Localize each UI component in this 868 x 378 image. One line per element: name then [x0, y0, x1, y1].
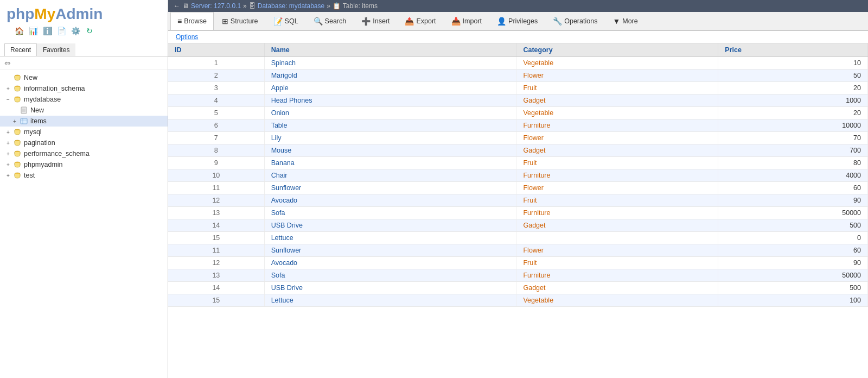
tree-item-test[interactable]: +test — [0, 170, 168, 181]
expander-phpmyadmin[interactable]: + — [4, 161, 12, 168]
tab-privileges[interactable]: 👤Privileges — [490, 12, 545, 30]
cell-name[interactable]: Apple — [264, 82, 516, 94]
server-link[interactable]: Server: 127.0.0.1 — [191, 2, 241, 10]
table-row: 3AppleFruit20 — [168, 82, 868, 94]
cell-name[interactable]: Marigold — [264, 70, 516, 82]
tree-label-new-root: New — [24, 74, 37, 81]
structure-tab-label: Structure — [231, 17, 258, 25]
cell-category: Gadget — [516, 219, 718, 232]
cell-name[interactable]: Lettuce — [264, 294, 516, 307]
cell-category: Flower — [516, 182, 718, 194]
cell-name[interactable]: Table — [264, 119, 516, 132]
cell-name[interactable]: Onion — [264, 107, 516, 119]
expander-mydatabase-new[interactable] — [11, 106, 18, 114]
options-link[interactable]: Options — [171, 32, 202, 42]
info-icon[interactable]: ℹ️ — [41, 25, 53, 37]
tree-item-info-schema[interactable]: +information_schema — [0, 83, 168, 94]
main-content: ← 🖥 Server: 127.0.0.1 » 🗄 Database: myda… — [168, 0, 868, 378]
expander-perf-schema[interactable]: + — [4, 150, 12, 158]
tree-item-perf-schema[interactable]: +performance_schema — [0, 148, 168, 159]
tree-item-mydatabase-new[interactable]: New — [0, 105, 168, 116]
logo-area: phpMyAdmin 🏠 📊 ℹ️ 📄 ⚙️ ↻ — [0, 0, 168, 43]
expander-mysql[interactable]: + — [4, 128, 12, 136]
cell-category: Fruit — [516, 257, 718, 269]
expander-pagination[interactable]: + — [4, 139, 12, 147]
cell-name[interactable]: Mouse — [264, 144, 516, 157]
refresh-icon[interactable]: ↻ — [84, 25, 95, 37]
tab-favorites[interactable]: Favorites — [37, 43, 75, 56]
cell-name[interactable]: Chair — [264, 169, 516, 182]
table-row: 13SofaFurniture50000 — [168, 207, 868, 219]
cell-price: 20 — [718, 107, 868, 119]
cell-name[interactable]: Lettuce — [264, 232, 516, 244]
gear-icon[interactable]: ⚙️ — [69, 25, 81, 37]
cell-name[interactable]: Spinach — [264, 57, 516, 70]
tab-structure[interactable]: ⊞Structure — [215, 12, 265, 30]
cell-name[interactable]: USB Drive — [264, 282, 516, 294]
expander-new-root[interactable] — [4, 74, 12, 81]
chart-icon[interactable]: 📊 — [27, 25, 39, 37]
breadcrumb-back-arrow[interactable]: ← — [174, 2, 180, 10]
insert-tab-icon: ➕ — [361, 17, 371, 26]
cell-category: Vegetable — [516, 107, 718, 119]
cell-price: 20 — [718, 82, 868, 94]
tree-item-mydatabase[interactable]: −mydatabase — [0, 94, 168, 105]
cell-name[interactable]: Avocado — [264, 194, 516, 207]
table-row: 2MarigoldFlower50 — [168, 70, 868, 82]
cell-price: 90 — [718, 257, 868, 269]
export-tab-label: Export — [416, 17, 436, 25]
tab-search[interactable]: 🔍Search — [307, 12, 354, 30]
cell-category: Vegetable — [516, 294, 718, 307]
tab-sql[interactable]: 📝SQL — [266, 12, 305, 30]
col-header-id[interactable]: ID — [168, 43, 264, 57]
cell-id: 2 — [168, 70, 264, 82]
cell-name[interactable]: Banana — [264, 157, 516, 169]
col-header-price[interactable]: Price — [718, 43, 868, 57]
tab-more[interactable]: ▼More — [605, 12, 644, 30]
cell-name[interactable]: Sofa — [264, 269, 516, 282]
tab-recent[interactable]: Recent — [4, 43, 37, 56]
cell-id: 6 — [168, 119, 264, 132]
table-row: 11SunflowerFlower60 — [168, 182, 868, 194]
tab-export[interactable]: 📤Export — [398, 12, 443, 30]
tree-item-phpmyadmin[interactable]: +phpmyadmin — [0, 159, 168, 170]
page-icon[interactable]: 📄 — [55, 25, 67, 37]
cell-price: 60 — [718, 182, 868, 194]
tab-browse[interactable]: ≡Browse — [170, 12, 214, 31]
cell-name[interactable]: Sunflower — [264, 182, 516, 194]
expander-mydatabase[interactable]: − — [4, 96, 12, 103]
col-header-name[interactable]: Name — [264, 43, 516, 57]
cell-name[interactable]: Avocado — [264, 257, 516, 269]
tree-label-pagination: pagination — [24, 139, 55, 147]
tab-insert[interactable]: ➕Insert — [354, 12, 397, 30]
expander-info-schema[interactable]: + — [4, 85, 12, 92]
tree-item-mysql[interactable]: +mysql — [0, 127, 168, 137]
cell-category: Flower — [516, 244, 718, 257]
expander-test[interactable]: + — [4, 172, 12, 179]
db-link[interactable]: Database: mydatabase — [258, 2, 324, 10]
tree-icon-pagination — [13, 138, 22, 147]
cell-name[interactable]: Sofa — [264, 207, 516, 219]
tree-item-items[interactable]: +items — [0, 116, 168, 127]
cell-name[interactable]: USB Drive — [264, 219, 516, 232]
browse-tab-label: Browse — [184, 17, 207, 25]
sql-tab-icon: 📝 — [273, 17, 283, 26]
sidebar-link-bar: ⇔ — [0, 56, 168, 70]
cell-name[interactable]: Head Phones — [264, 94, 516, 107]
home-icon[interactable]: 🏠 — [13, 25, 25, 37]
cell-name[interactable]: Lily — [264, 132, 516, 144]
tree-item-pagination[interactable]: +pagination — [0, 137, 168, 148]
tab-import[interactable]: 📥Import — [444, 12, 489, 30]
cell-id: 9 — [168, 157, 264, 169]
table-area: IDNameCategoryPrice 1SpinachVegetable102… — [168, 43, 868, 378]
table-row: 11SunflowerFlower60 — [168, 244, 868, 257]
breadcrumb: ← 🖥 Server: 127.0.0.1 » 🗄 Database: myda… — [168, 0, 868, 12]
cell-id: 14 — [168, 219, 264, 232]
tree-item-new-root[interactable]: New — [0, 72, 168, 83]
tab-operations[interactable]: 🔧Operations — [546, 12, 604, 30]
operations-tab-label: Operations — [564, 17, 597, 25]
cell-name[interactable]: Sunflower — [264, 244, 516, 257]
col-header-category[interactable]: Category — [516, 43, 718, 57]
table-row: 14USB DriveGadget500 — [168, 282, 868, 294]
expander-items[interactable]: + — [11, 117, 18, 125]
